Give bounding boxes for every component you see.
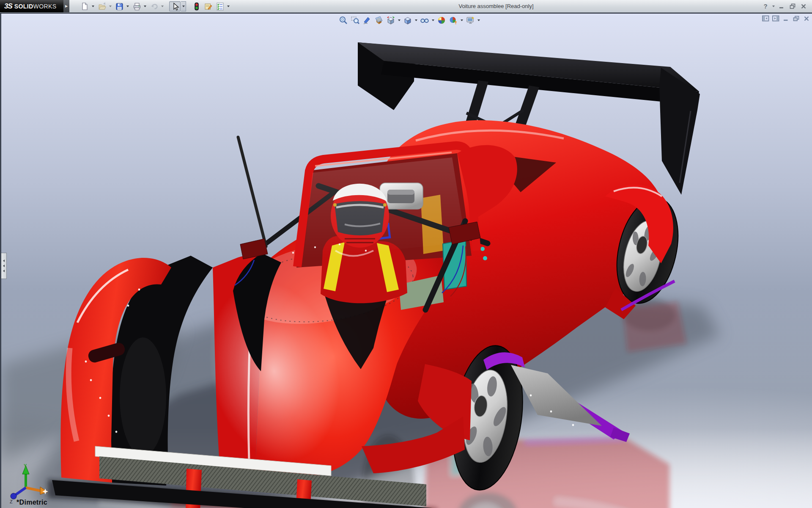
orientation-triad: Y Z: [7, 463, 51, 504]
collapse-arrow-icon: [3, 270, 5, 272]
minimize-button[interactable]: [777, 2, 786, 11]
collapse-arrow-icon: [3, 265, 5, 267]
help-dropdown[interactable]: [772, 6, 775, 7]
collapse-arrow-icon: [3, 260, 5, 262]
document-minimize-button[interactable]: [782, 15, 790, 22]
pane-toggle-left-icon: [762, 15, 769, 22]
previous-view-icon: [362, 16, 372, 25]
view-orientation-button[interactable]: [385, 15, 396, 26]
window-controls: ?: [761, 0, 812, 12]
view-orientation-icon: [386, 16, 395, 25]
save-button[interactable]: [113, 1, 125, 11]
main-toolbar: [69, 0, 231, 12]
apply-scene-icon: [449, 16, 458, 25]
help-button[interactable]: ?: [761, 2, 770, 11]
zoom-to-area-icon: [351, 16, 360, 25]
undo-button[interactable]: [148, 1, 159, 11]
document-restore-button[interactable]: [793, 15, 800, 22]
view-orientation-label: *Dimetric: [16, 499, 47, 506]
edit-appearance-button[interactable]: [436, 15, 447, 26]
view-settings-icon: [466, 16, 475, 25]
document-restore-icon: [793, 16, 800, 22]
restore-icon: [790, 3, 796, 9]
triad-x-axis: [26, 488, 42, 491]
edit-appearance-icon: [437, 16, 446, 25]
menu-expand-arrow-icon[interactable]: ▶: [63, 0, 69, 12]
print-button[interactable]: [131, 1, 142, 11]
display-style-button[interactable]: [402, 15, 413, 26]
undo-arrow-icon: [150, 2, 158, 11]
traffic-light-icon: [192, 2, 200, 11]
triad-z-axis: [15, 488, 26, 495]
view-settings-dropdown[interactable]: [477, 15, 481, 26]
triad-y-label: Y: [24, 463, 27, 468]
featuremanager-pane-toggle-button[interactable]: [762, 15, 769, 22]
pane-toggle-right-icon: [772, 15, 779, 22]
undo-dropdown[interactable]: [160, 1, 165, 11]
open-document-dropdown[interactable]: [108, 1, 113, 11]
windshield-glass: [303, 157, 466, 259]
minimize-icon: [779, 3, 785, 9]
hide-show-items-dropdown[interactable]: [431, 15, 435, 26]
view-orientation-dropdown[interactable]: [397, 15, 401, 26]
brand-mark: 3S: [4, 2, 12, 11]
apply-scene-dropdown[interactable]: [460, 15, 464, 26]
zoom-to-fit-icon: [339, 16, 348, 25]
solidworks-logo: 3S SOLIDWORKS: [0, 0, 63, 12]
print-dropdown[interactable]: [143, 1, 148, 11]
comment-note-icon: [204, 2, 212, 11]
hide-show-items-button[interactable]: [419, 15, 430, 26]
display-style-icon: [403, 16, 412, 25]
document-close-icon: [804, 16, 809, 22]
document-minimize-icon: [783, 16, 789, 22]
heads-up-view-toolbar: [338, 15, 481, 26]
open-folder-icon: [98, 2, 106, 11]
new-document-button[interactable]: [79, 1, 90, 11]
select-cursor-icon: [171, 2, 179, 11]
comment-note-button[interactable]: [202, 1, 214, 11]
hide-show-items-icon: [420, 16, 429, 25]
zoom-to-fit-button[interactable]: [338, 15, 349, 26]
restore-button[interactable]: [788, 2, 797, 11]
select-dropdown[interactable]: [181, 1, 186, 11]
graphics-viewport[interactable]: Y Z *Dimetric: [0, 13, 812, 508]
featuremanager-collapsed-tab[interactable]: [1, 253, 7, 279]
printer-icon: [132, 2, 141, 11]
traffic-light-button[interactable]: [190, 1, 202, 11]
previous-view-button[interactable]: [362, 15, 373, 26]
viewport-3d-scene[interactable]: [1, 14, 812, 508]
display-pane-toggle-button[interactable]: [772, 15, 779, 22]
window-title: Voiture assomblee [Read-only]: [231, 0, 761, 12]
save-floppy-icon: [115, 2, 123, 11]
triad-z-label: Z: [10, 499, 13, 504]
close-icon: [801, 3, 807, 9]
close-button[interactable]: [799, 2, 808, 11]
section-view-icon: [374, 16, 384, 25]
checklist-dropdown[interactable]: [226, 1, 231, 11]
select-button[interactable]: [169, 1, 181, 11]
title-bar: 3S SOLIDWORKS ▶: [0, 0, 812, 13]
checklist-icon: [216, 2, 224, 11]
new-document-dropdown[interactable]: [91, 1, 96, 11]
brand-name: SOLIDWORKS: [14, 3, 57, 10]
open-document-button[interactable]: [96, 1, 107, 11]
zoom-to-area-button[interactable]: [350, 15, 361, 26]
display-style-dropdown[interactable]: [414, 15, 418, 26]
document-close-button[interactable]: [803, 15, 810, 22]
section-view-button[interactable]: [373, 15, 384, 26]
view-settings-button[interactable]: [465, 15, 476, 26]
new-document-icon: [80, 2, 89, 11]
save-dropdown[interactable]: [125, 1, 130, 11]
design-checklist-button[interactable]: [214, 1, 225, 11]
apply-scene-button[interactable]: [448, 15, 459, 26]
document-window-controls: [762, 15, 810, 22]
